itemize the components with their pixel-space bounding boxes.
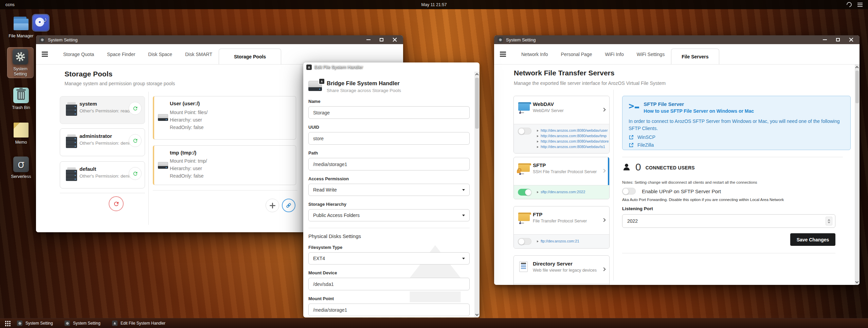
tab-wifi-settings[interactable]: WiFi Settings	[630, 52, 671, 57]
scroll-down-icon[interactable]	[855, 280, 859, 284]
hostname-label: ccns	[5, 2, 15, 7]
chevron-right-icon[interactable]	[602, 218, 605, 222]
fsh-detail-card-user[interactable]: User (user:/) Mount Point: files/ Hierar…	[153, 96, 296, 140]
fsh-detail-card-tmp[interactable]: tmp (tmp:/) Mount Point: tmp/ Hierarchy:…	[153, 145, 296, 185]
directory-server-card[interactable]: Directory Server Web file viewer for leg…	[513, 255, 610, 285]
scroll-down-icon[interactable]	[475, 313, 478, 316]
fsh-readonly: ReadOnly: false	[170, 173, 204, 179]
minimize-icon[interactable]	[823, 39, 827, 40]
client-link-filezilla[interactable]: FileZilla	[629, 142, 844, 148]
pool-card-system[interactable]: system Other's Permission: readwrite	[60, 96, 145, 124]
refresh-pool-button[interactable]	[129, 167, 142, 180]
loading-spinner-icon	[846, 1, 853, 8]
uuid-input[interactable]	[308, 132, 470, 145]
pool-card-default[interactable]: default Other's Permission: denied	[60, 161, 145, 188]
directory-server-icon	[519, 261, 528, 272]
mount-point-label: Mount Point	[308, 296, 470, 301]
maximize-icon[interactable]	[380, 38, 383, 41]
ftp-link[interactable]: ftp://dev.arozos.com:21	[537, 239, 579, 244]
window-title-bar[interactable]: Edit File System Handler	[303, 62, 480, 72]
webdav-toggle[interactable]	[518, 128, 531, 134]
bridge-fsh-button[interactable]	[282, 199, 295, 212]
name-input[interactable]	[308, 106, 470, 119]
taskbar-item-edit-fsh[interactable]: Edit File System Handler	[112, 318, 165, 328]
refresh-pool-button[interactable]	[129, 102, 142, 115]
scrollbar-thumb[interactable]	[475, 78, 479, 129]
ftp-card[interactable]: FTP File Transfer Protocol Server ftp://…	[513, 206, 610, 249]
upnp-toggle-row: Enable UPnP on SFTP Server Port	[622, 188, 721, 195]
minimize-icon[interactable]	[366, 39, 370, 40]
tab-storage-quota[interactable]: Storage Quota	[57, 52, 101, 57]
tab-disk-space[interactable]: Disk Space	[142, 52, 179, 57]
chevron-right-icon[interactable]	[602, 169, 605, 172]
sftp-card[interactable]: SFTP SSH File Transfer Protocol Server s…	[513, 157, 610, 199]
upnp-toggle[interactable]	[622, 188, 636, 195]
webdav-link[interactable]: http://dev.arozos.com:8080/webdav/user	[537, 128, 609, 133]
close-icon[interactable]	[469, 65, 474, 69]
desktop-icon-label: Memo	[15, 140, 27, 145]
desktop-icon-trash-bin[interactable]: Trash Bin	[8, 88, 34, 110]
close-icon[interactable]	[849, 38, 853, 42]
sftp-link[interactable]: sftp://dev.arozos.com:2022	[537, 189, 585, 195]
external-link-icon	[629, 135, 634, 140]
desktop-icon-system-setting[interactable]: System Setting	[7, 47, 34, 78]
webdav-card[interactable]: WebDAV WebDAV Server http://dev.arozos.c…	[513, 96, 610, 153]
connected-users-count: 0	[635, 162, 641, 172]
window-title-bar[interactable]: System Setting	[36, 35, 403, 44]
desktop-icon-music[interactable]: ♪	[30, 15, 51, 33]
scrollbar[interactable]	[855, 65, 860, 285]
reload-all-pools-button[interactable]	[109, 196, 124, 211]
help-body: In order to connect to ArozOS SFTP Serve…	[629, 118, 844, 132]
window-title-bar[interactable]: System Setting	[494, 35, 860, 44]
fsh-mount-point: Mount Point: files/	[170, 110, 207, 115]
mount-device-input[interactable]	[308, 278, 470, 290]
sftp-help-box: > SFTP File Server How to use SFTP File …	[622, 96, 851, 150]
hamburger-menu-icon[interactable]	[42, 51, 48, 58]
number-spinner[interactable]	[826, 217, 832, 225]
ftp-toggle[interactable]	[518, 238, 531, 245]
refresh-pool-button[interactable]	[129, 134, 142, 147]
desktop-icon-serverless[interactable]: σ Serverless	[8, 157, 34, 179]
minimize-icon[interactable]	[443, 67, 447, 68]
webdav-link[interactable]: http://dev.arozos.com:8080/webdav/is1	[537, 144, 609, 149]
access-permission-select[interactable]: Read Write	[308, 184, 470, 196]
disk-icon	[158, 114, 168, 121]
tab-file-servers[interactable]: File Servers	[671, 49, 719, 64]
caret-down-icon	[462, 258, 465, 259]
top-menu-icon[interactable]	[857, 2, 863, 8]
tab-network-info[interactable]: Network Info	[515, 52, 555, 57]
webdav-link[interactable]: http://dev.arozos.com:8080/webdav/tmp	[537, 133, 609, 139]
fsh-mount-point: Mount Point: tmp/	[170, 158, 207, 164]
server-stack-icon	[66, 134, 77, 148]
add-fsh-button[interactable]	[266, 199, 279, 212]
tab-personal-page[interactable]: Personal Page	[555, 52, 599, 57]
chevron-right-icon[interactable]	[602, 267, 605, 271]
tab-wifi-info[interactable]: WiFi Info	[598, 52, 630, 57]
hamburger-menu-icon[interactable]	[500, 51, 506, 58]
app-launcher-icon[interactable]	[5, 321, 6, 322]
maximize-icon[interactable]	[836, 38, 840, 41]
taskbar-item-system-setting-1[interactable]: System Setting	[17, 318, 53, 328]
scrollbar-thumb[interactable]	[855, 71, 859, 103]
pool-card-administrator[interactable]: administrator Other's Permission: denied	[60, 128, 145, 156]
scrollbar[interactable]	[474, 72, 480, 317]
storage-hierarchy-select[interactable]: Public Access Folders	[308, 209, 470, 221]
desktop-icon-memo[interactable]: Memo	[8, 122, 34, 145]
sftp-toggle[interactable]	[518, 189, 531, 196]
taskbar-item-system-setting-2[interactable]: System Setting	[65, 318, 101, 328]
listening-port-input[interactable]	[622, 214, 835, 228]
scroll-up-icon[interactable]	[475, 73, 478, 77]
path-input[interactable]	[308, 158, 470, 170]
save-changes-button[interactable]: Save Changes	[790, 233, 835, 246]
client-link-winscp[interactable]: WinSCP	[629, 134, 844, 140]
maximize-icon[interactable]	[456, 66, 460, 69]
webdav-link[interactable]: http://dev.arozos.com:8080/webdav/store	[537, 139, 609, 144]
close-icon[interactable]	[393, 38, 397, 42]
tab-disk-smart[interactable]: Disk SMART	[179, 52, 219, 57]
tab-storage-pools[interactable]: Storage Pools	[219, 49, 281, 64]
mount-point-input[interactable]	[308, 304, 470, 316]
chevron-right-icon[interactable]	[602, 108, 605, 111]
tab-space-finder[interactable]: Space Finder	[101, 52, 142, 57]
filesystem-type-select[interactable]: EXT4	[308, 252, 470, 265]
scroll-up-icon[interactable]	[855, 66, 859, 70]
